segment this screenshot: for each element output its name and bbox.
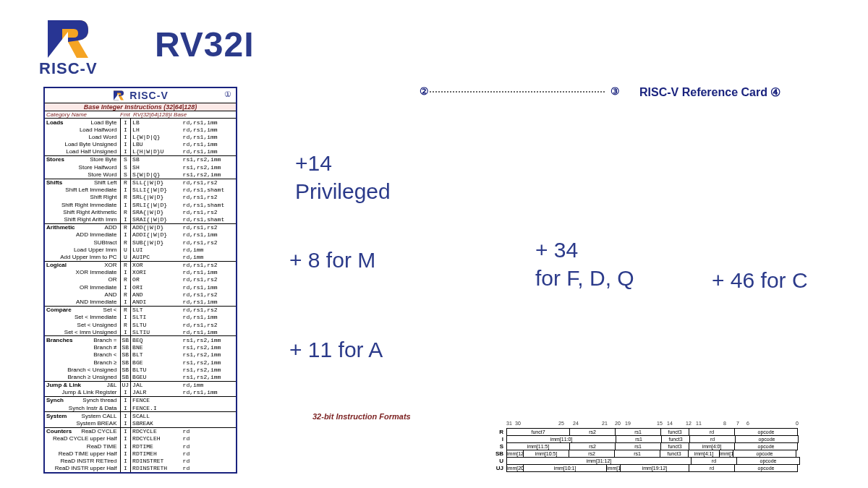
table-row: Branch ≥ UnsignedSBBGEUrs1,rs2,imm xyxy=(45,373,236,381)
table-row: LogicalXORRXORrd,rs1,rs2 xyxy=(45,261,236,269)
table-row: StoresStore ByteSSBrs1,rs2,imm xyxy=(45,155,236,163)
subhead-category: Category Name xyxy=(45,111,120,118)
annotation-fdq: + 34 for F, D, Q xyxy=(535,236,634,292)
table-row: Set < Imm UnsignedISLTIUrd,rs1,imm xyxy=(45,328,236,336)
table-row: CompareSet <RSLTrd,rs1,rs2 xyxy=(45,306,236,314)
annotation-c: + 46 for C xyxy=(712,266,808,294)
annotation-a: + 11 for A xyxy=(289,335,383,364)
table-row: System BREAKISBREAK xyxy=(45,420,236,428)
instruction-formats-title: 32-bit Instruction Formats xyxy=(312,412,411,421)
reference-card-column-1: RISC-V ① Base Integer Instructions (32|6… xyxy=(43,87,237,474)
table-row: LoadsLoad ByteILBrd,rs1,imm xyxy=(45,119,236,127)
table-row: ReaD TIMEIRDTIMErd xyxy=(45,442,236,450)
table-row: Shift Right ArithmeticRSRA{|W|D}rd,rs1,r… xyxy=(45,208,236,215)
format-field: imm[10:1] xyxy=(523,464,607,472)
table-row: Synch Instr & DataIFENCE.I xyxy=(45,404,236,412)
table-row: BranchesBranch =SBBEQrs1,rs2,imm xyxy=(45,336,236,344)
table-row: Jump & LinkJ&LUJJALrd,imm xyxy=(45,381,236,389)
table-row: ADD ImmediateIADDI{|W|D}rd,rs1,imm xyxy=(45,231,236,239)
format-field: imm[19:12] xyxy=(620,464,689,472)
table-row: ReaD INSTR upper HalfIRDINSTRETHrd xyxy=(45,465,236,472)
table-row: AND ImmediateIANDIrd,rs1,imm xyxy=(45,299,236,307)
table-row: ReaD TIME upper HalfIRDTIMEHrd xyxy=(45,450,236,457)
table-row: ANDRANDrd,rs1,rs2 xyxy=(45,291,236,298)
format-field: imm[11] xyxy=(606,464,621,472)
instruction-formats-figure: 31302524212019151412118760 Rfunct7rs2rs1… xyxy=(492,421,825,472)
table-row: Branch ≠SBBNErs1,rs2,imm xyxy=(45,344,236,351)
table-row: Shift RightRSRL{|W|D}rd,rs1,rs2 xyxy=(45,194,236,201)
table-row: Set < UnsignedRSLTUrd,rs1,rs2 xyxy=(45,321,236,328)
card-brand: RISC-V xyxy=(129,90,168,101)
format-label: R xyxy=(492,429,506,436)
table-row: XOR ImmediateIXORIrd,rs1,imm xyxy=(45,269,236,276)
format-label: UJ xyxy=(492,465,506,472)
format-label: U xyxy=(492,458,506,465)
table-row: ReaD CYCLE upper HalfIRDCYCLEHrd xyxy=(45,435,236,442)
page-title: RV32I xyxy=(155,25,255,64)
page-marker-2: ② xyxy=(420,85,429,97)
card-subheader: Category Name Fmt RV{32|64|128}I Base xyxy=(45,111,236,118)
table-row: ArithmeticADDRADD{|W|D}rd,rs1,rs2 xyxy=(45,223,236,231)
table-row: Load HalfwordILHrd,rs1,imm xyxy=(45,126,236,133)
table-row: Shift Left ImmediateISLLI{|W|D}rd,rs1,sh… xyxy=(45,187,236,194)
subhead-base: RV{32|64|128}I Base xyxy=(133,111,236,118)
table-row: Load WordIL{W|D|Q}rd,rs1,imm xyxy=(45,133,236,140)
format-label: SB xyxy=(492,450,506,458)
riscv-logo-icon xyxy=(42,17,94,61)
annotation-privileged: +14 Privileged xyxy=(295,149,391,205)
page-marker-4: ④ xyxy=(770,86,780,98)
format-field: imm[20] xyxy=(506,464,524,472)
table-row: OR ImmediateIORIrd,rs1,imm xyxy=(45,283,236,291)
table-row: Shift Right Arith ImmISRAI{|W|D}rd,rs1,s… xyxy=(45,215,236,223)
format-field: rd xyxy=(689,464,735,472)
riscv-logo: RISC-V xyxy=(39,17,98,78)
table-row: Store WordSS{W|D|Q}rs1,rs2,imm xyxy=(45,171,236,179)
separator-dots xyxy=(430,91,605,93)
page-marker-1: ① xyxy=(224,90,231,99)
table-row: SystemSystem CALLISCALL xyxy=(45,412,236,420)
format-label: I xyxy=(492,436,506,443)
table-row: Load Half UnsignedIL{H|W|D}Urd,rs1,imm xyxy=(45,148,236,156)
table-row: Branch < UnsignedSBBLTUrs1,rs2,imm xyxy=(45,366,236,373)
table-row: Add Upper Imm to PCUAUIPCrd,imm xyxy=(45,253,236,261)
table-row: Set < ImmediateISLTIrd,rs1,imm xyxy=(45,314,236,321)
table-row: Store HalfwordSSHrs1,rs2,imm xyxy=(45,163,236,171)
card-header: RISC-V ① xyxy=(45,88,236,103)
format-label: S xyxy=(492,443,506,450)
table-row: SynchSynch threadIFENCE xyxy=(45,396,236,404)
card-title: Base Integer Instructions (32|64|128) xyxy=(45,103,236,111)
table-row: Jump & Link RegisterIJALRrd,rs1,imm xyxy=(45,389,236,397)
table-row: ORRORrd,rs1,rs2 xyxy=(45,276,236,283)
riscv-logo-icon xyxy=(112,90,125,101)
format-row-uj: UJimm[20]imm[10:1]imm[11]imm[19:12]rdopc… xyxy=(492,465,825,472)
reference-card-label: RISC-V Reference Card ④ xyxy=(639,85,780,99)
format-field: opcode xyxy=(734,464,798,472)
table-row: SUBtractRSUB{|W|D}rd,rs1,rs2 xyxy=(45,239,236,246)
table-row: ShiftsShift LeftRSLL{|W|D}rd,rs1,rs2 xyxy=(45,179,236,187)
instruction-table: LoadsLoad ByteILBrd,rs1,immLoad Halfword… xyxy=(45,118,236,472)
table-row: Branch <SBBLTrs1,rs2,imm xyxy=(45,351,236,359)
table-row: CountersReaD CYCLEIRDCYCLErd xyxy=(45,427,236,435)
subhead-fmt: Fmt xyxy=(120,111,133,118)
table-row: Load Upper ImmULUIrd,imm xyxy=(45,246,236,253)
annotation-m: + 8 for M xyxy=(289,246,375,274)
table-row: ReaD INSTR RETiredIRDINSTRETrd xyxy=(45,457,236,464)
bit-positions: 31302524212019151412118760 xyxy=(506,421,825,428)
riscv-logo-text: RISC-V xyxy=(39,59,98,78)
table-row: Branch ≥SBBGErs1,rs2,imm xyxy=(45,359,236,366)
table-row: Shift Right ImmediateISRLI{|W|D}rd,rs1,s… xyxy=(45,201,236,208)
table-row: Load Byte UnsignedILBUrd,rs1,imm xyxy=(45,141,236,148)
page-marker-3: ③ xyxy=(610,85,620,97)
